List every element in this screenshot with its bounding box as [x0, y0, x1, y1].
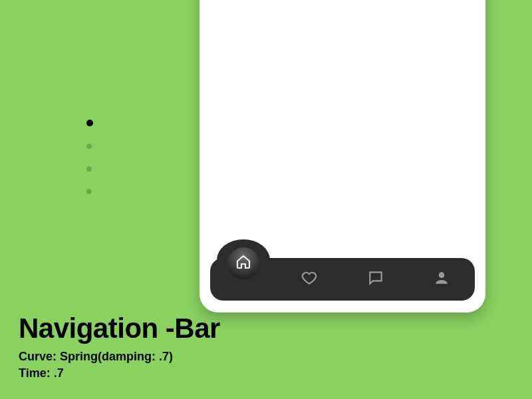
heart-icon [301, 269, 318, 289]
nav-item-profile[interactable] [409, 258, 475, 301]
caption: Navigation -Bar Curve: Spring(damping: .… [19, 313, 220, 382]
page-indicator [86, 120, 93, 194]
nav-active-indicator [227, 247, 259, 279]
svg-point-0 [439, 272, 445, 278]
nav-item-likes[interactable] [277, 258, 343, 301]
home-icon [235, 254, 251, 273]
page-dot-4[interactable] [86, 189, 92, 194]
page-dot-2[interactable] [86, 144, 92, 149]
bottom-nav-bar [210, 258, 475, 301]
caption-curve: Curve: Spring(damping: .7) [19, 348, 220, 365]
caption-title: Navigation -Bar [19, 313, 220, 344]
page-dot-1[interactable] [86, 120, 93, 126]
nav-item-chat[interactable] [342, 258, 409, 301]
page-dot-3[interactable] [86, 166, 92, 172]
person-icon [433, 269, 450, 289]
caption-time: Time: .7 [19, 365, 220, 382]
device-mockup [200, 0, 485, 313]
chat-icon [367, 269, 384, 289]
